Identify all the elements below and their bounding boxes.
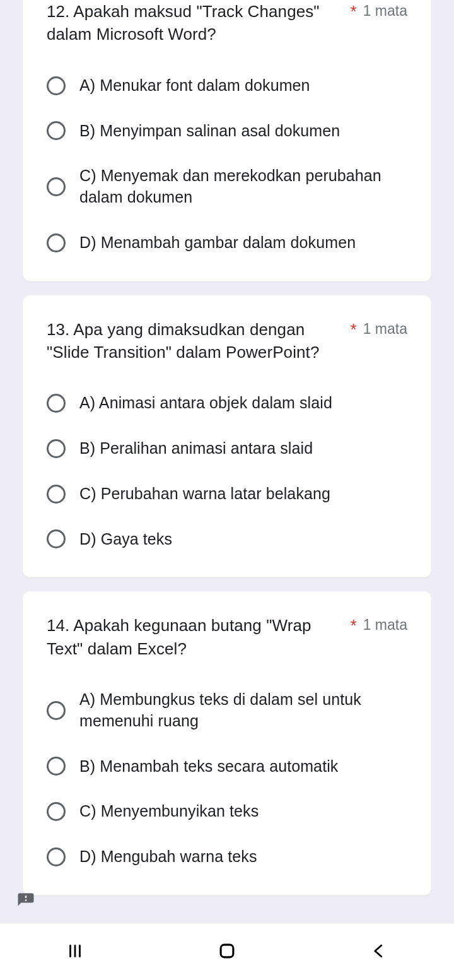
option-label: B) Menambah teks secara automatik xyxy=(79,756,338,777)
feedback-button[interactable] xyxy=(16,892,35,911)
option-label: D) Mengubah warna teks xyxy=(79,846,257,868)
option-label: D) Menambah gambar dalam dokumen xyxy=(79,232,356,254)
option-label: A) Membungkus teks di dalam sel untuk me… xyxy=(79,689,407,732)
question-text: 13. Apa yang dimaksudkan dengan "Slide T… xyxy=(47,318,343,364)
radio-icon[interactable] xyxy=(47,121,66,140)
radio-icon[interactable] xyxy=(47,439,66,458)
question-header: 13. Apa yang dimaksudkan dengan "Slide T… xyxy=(47,318,407,364)
option-row[interactable]: B) Menyimpan salinan asal dokumen xyxy=(47,121,407,142)
question-text: 12. Apakah maksud "Track Changes" dalam … xyxy=(47,0,343,46)
home-button[interactable] xyxy=(216,940,238,964)
svg-rect-0 xyxy=(221,945,233,957)
option-row[interactable]: A) Membungkus teks di dalam sel untuk me… xyxy=(47,689,407,732)
radio-icon[interactable] xyxy=(47,485,66,504)
option-label: A) Menukar font dalam dokumen xyxy=(79,75,310,97)
option-row[interactable]: C) Perubahan warna latar belakang xyxy=(47,483,407,505)
question-points: 1 mata xyxy=(363,318,407,340)
option-label: B) Peralihan animasi antara slaid xyxy=(79,438,313,459)
question-points: 1 mata xyxy=(363,614,407,636)
question-card: 12. Apakah maksud "Track Changes" dalam … xyxy=(23,0,431,281)
radio-icon[interactable] xyxy=(47,394,66,413)
option-label: C) Perubahan warna latar belakang xyxy=(79,483,330,505)
question-card: 13. Apa yang dimaksudkan dengan "Slide T… xyxy=(23,295,431,578)
option-label: C) Menyembunyikan teks xyxy=(79,801,259,822)
option-row[interactable]: A) Animasi antara objek dalam slaid xyxy=(47,393,407,414)
question-header: 12. Apakah maksud "Track Changes" dalam … xyxy=(47,0,407,46)
radio-icon[interactable] xyxy=(47,529,66,548)
back-button[interactable] xyxy=(370,942,388,963)
option-row[interactable]: B) Peralihan animasi antara slaid xyxy=(47,438,407,459)
option-label: D) Gaya teks xyxy=(79,529,172,550)
required-mark: * xyxy=(351,318,357,341)
radio-icon[interactable] xyxy=(47,76,66,95)
option-label: B) Menyimpan salinan asal dokumen xyxy=(79,121,340,142)
radio-icon[interactable] xyxy=(47,757,66,776)
option-row[interactable]: D) Mengubah warna teks xyxy=(47,846,407,868)
required-mark: * xyxy=(351,0,357,23)
required-mark: * xyxy=(351,614,357,637)
radio-icon[interactable] xyxy=(47,177,66,196)
radio-icon[interactable] xyxy=(47,233,66,252)
option-row[interactable]: C) Menyemak dan merekodkan perubahan dal… xyxy=(47,165,407,208)
option-row[interactable]: B) Menambah teks secara automatik xyxy=(47,756,407,777)
option-row[interactable]: A) Menukar font dalam dokumen xyxy=(47,75,407,97)
radio-icon[interactable] xyxy=(47,701,66,720)
option-row[interactable]: C) Menyembunyikan teks xyxy=(47,801,407,822)
question-text: 14. Apakah kegunaan butang "Wrap Text" d… xyxy=(47,614,343,660)
question-points: 1 mata xyxy=(363,0,407,22)
option-row[interactable]: D) Menambah gambar dalam dokumen xyxy=(47,232,407,254)
radio-icon[interactable] xyxy=(47,802,66,821)
option-row[interactable]: D) Gaya teks xyxy=(47,529,407,550)
option-label: C) Menyemak dan merekodkan perubahan dal… xyxy=(79,165,407,208)
option-label: A) Animasi antara objek dalam slaid xyxy=(79,393,332,414)
question-card: 14. Apakah kegunaan butang "Wrap Text" d… xyxy=(23,591,431,895)
radio-icon[interactable] xyxy=(47,847,66,866)
recent-apps-button[interactable] xyxy=(66,942,84,963)
question-header: 14. Apakah kegunaan butang "Wrap Text" d… xyxy=(47,614,407,660)
android-nav-bar xyxy=(0,923,454,980)
feedback-icon xyxy=(16,892,35,911)
